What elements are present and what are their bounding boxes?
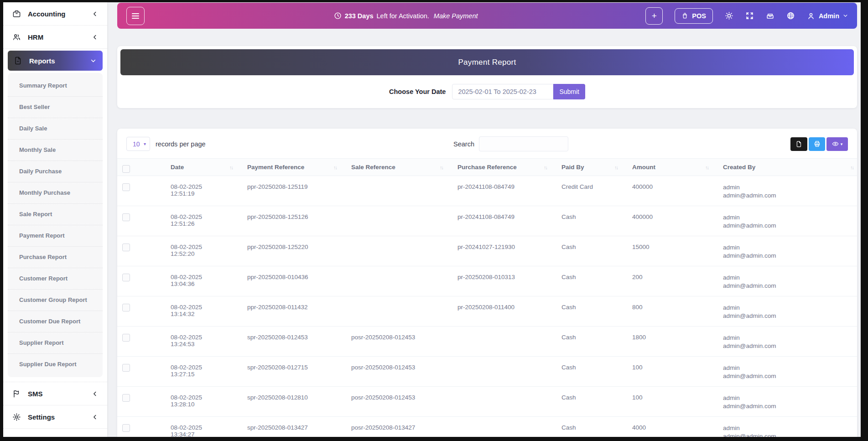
created-by-email: admin@admin.com <box>723 432 846 437</box>
sort-icon[interactable]: ↑↓ <box>544 165 547 170</box>
column-header-label: Sale Reference <box>351 164 395 171</box>
menu-toggle-button[interactable] <box>126 7 145 25</box>
make-payment-link[interactable]: Make Payment <box>434 12 478 20</box>
sort-icon[interactable]: ↑↓ <box>850 165 853 170</box>
sidebar-report-item[interactable]: Summary Report <box>8 75 103 97</box>
cell-paid-by: Cash <box>551 236 621 266</box>
select-all-checkbox[interactable] <box>122 165 130 173</box>
submit-button[interactable]: Submit <box>553 84 585 99</box>
row-checkbox[interactable] <box>122 213 130 221</box>
table-row: 08-02-2025 13:04:36 ppr-20250208-010436 … <box>117 266 857 296</box>
created-by-name: admin <box>723 364 846 372</box>
column-header[interactable]: Payment Reference ↑↓ <box>236 159 340 176</box>
admin-label: Admin <box>819 12 839 20</box>
admin-menu[interactable]: Admin <box>807 12 848 20</box>
sidebar-report-item[interactable]: Purchase Report <box>8 247 103 268</box>
cell-date: 08-02-2025 13:04:36 <box>160 266 236 296</box>
cell-purchase-reference <box>447 327 551 357</box>
caret-down-icon: ▾ <box>841 142 843 146</box>
column-header[interactable]: Paid By ↑↓ <box>551 159 621 176</box>
column-visibility-button[interactable]: ▾ <box>826 137 848 151</box>
search-input[interactable] <box>479 136 568 151</box>
row-checkbox[interactable] <box>122 244 130 251</box>
cell-sale-reference: posr-20250208-012453 <box>340 357 447 387</box>
sidebar-report-item[interactable]: Monthly Sale <box>8 140 103 161</box>
row-checkbox[interactable] <box>122 304 130 311</box>
sidebar-item-accounting[interactable]: Accounting <box>3 2 107 26</box>
row-checkbox[interactable] <box>122 334 130 342</box>
sort-icon[interactable]: ↑↓ <box>229 165 233 170</box>
sidebar-report-item[interactable]: Monthly Purchase <box>8 182 103 204</box>
pos-button[interactable]: POS <box>675 8 713 24</box>
cell-paid-by: Credit Card <box>551 176 621 206</box>
report-card: Payment Report Choose Your Date Submit <box>117 46 857 108</box>
created-by-email: admin@admin.com <box>723 192 846 200</box>
sort-icon[interactable]: ↑↓ <box>705 165 708 170</box>
sidebar-report-item[interactable]: Supplier Due Report <box>8 354 103 375</box>
row-checkbox[interactable] <box>122 183 130 191</box>
cash-drawer-icon[interactable] <box>766 11 774 20</box>
file-export-icon <box>796 141 802 147</box>
theme-sun-icon[interactable] <box>725 11 733 20</box>
file-icon <box>14 57 22 65</box>
row-checkbox[interactable] <box>122 424 130 432</box>
cell-purchase-reference <box>447 417 551 437</box>
cell-payment-reference: ppr-20250208-125119 <box>236 176 340 206</box>
column-header-label: Created By <box>723 164 755 171</box>
table-row: 08-02-2025 13:28:10 spr-20250208-012810 … <box>117 387 857 417</box>
payment-report-table: Date ↑↓ Payment Reference ↑↓ Sale Refere… <box>117 158 857 437</box>
table-controls: 10 ▾ records per page Search <box>117 137 857 158</box>
sidebar-report-item[interactable]: Best Seller <box>8 97 103 118</box>
sidebar-item-hrm[interactable]: HRM <box>3 26 107 49</box>
sidebar-report-item[interactable]: Supplier Report <box>8 332 103 354</box>
cell-payment-reference: ppr-20250208-010436 <box>236 266 340 296</box>
add-button[interactable]: + <box>645 7 663 25</box>
user-icon <box>807 12 815 20</box>
column-header[interactable]: Amount ↑↓ <box>621 159 712 176</box>
cell-purchase-reference: pr-20241027-121930 <box>447 236 551 266</box>
gear-icon <box>12 413 21 421</box>
sort-icon[interactable]: ↑↓ <box>614 165 618 170</box>
cell-payment-reference: ppr-20250208-011432 <box>236 296 340 327</box>
cell-amount: 800 <box>621 296 712 327</box>
page-size-select[interactable]: 10 ▾ <box>126 137 150 151</box>
sidebar-report-item[interactable]: Customer Group Report <box>8 290 103 311</box>
sidebar-item-label: Settings <box>28 413 85 421</box>
column-header[interactable]: Date ↑↓ <box>160 159 236 176</box>
sidebar-item-reports[interactable]: Reports <box>8 51 103 71</box>
sidebar-report-item[interactable]: Sale Report <box>8 204 103 225</box>
sidebar-item-settings[interactable]: Settings <box>3 405 107 429</box>
column-header[interactable]: Sale Reference ↑↓ <box>340 159 447 176</box>
sidebar-report-item[interactable]: Customer Due Report <box>8 311 103 332</box>
records-per-page-label: records per page <box>156 140 206 148</box>
row-checkbox[interactable] <box>122 364 130 372</box>
sort-icon[interactable]: ↑↓ <box>333 165 337 170</box>
sidebar-report-item[interactable]: Daily Sale <box>8 118 103 140</box>
fullscreen-icon[interactable] <box>745 11 754 20</box>
column-header[interactable]: Purchase Reference ↑↓ <box>447 159 551 176</box>
cell-purchase-reference <box>447 357 551 387</box>
sidebar-item-sms[interactable]: SMS <box>3 382 107 405</box>
sidebar-report-item[interactable]: Daily Purchase <box>8 161 103 182</box>
date-filter-row: Choose Your Date Submit <box>120 75 854 108</box>
cell-sale-reference <box>340 296 447 327</box>
export-file-button[interactable] <box>790 137 807 151</box>
cell-payment-reference: ppr-20250208-125126 <box>236 206 340 236</box>
cell-paid-by: Cash <box>551 387 621 417</box>
column-header-label: Date <box>171 164 184 171</box>
sort-icon[interactable]: ↑↓ <box>440 165 443 170</box>
sidebar-report-item[interactable]: Customer Report <box>8 268 103 290</box>
sidebar-report-item[interactable]: Payment Report <box>8 225 103 247</box>
date-range-input[interactable] <box>452 84 553 99</box>
column-header[interactable]: Created By ↑↓ <box>712 159 857 176</box>
table-row: 08-02-2025 13:14:32 ppr-20250208-011432 … <box>117 296 857 327</box>
clock-icon <box>334 12 342 20</box>
row-checkbox[interactable] <box>122 274 130 281</box>
cell-created-by: admin admin@admin.com <box>712 176 857 206</box>
print-button[interactable] <box>809 137 825 151</box>
sidebar-report-item-label: Summary Report <box>19 82 67 89</box>
row-checkbox[interactable] <box>122 394 130 402</box>
cell-created-by: admin admin@admin.com <box>712 236 857 266</box>
language-globe-icon[interactable] <box>786 11 795 20</box>
cell-date: 08-02-2025 13:34:27 <box>160 417 236 437</box>
